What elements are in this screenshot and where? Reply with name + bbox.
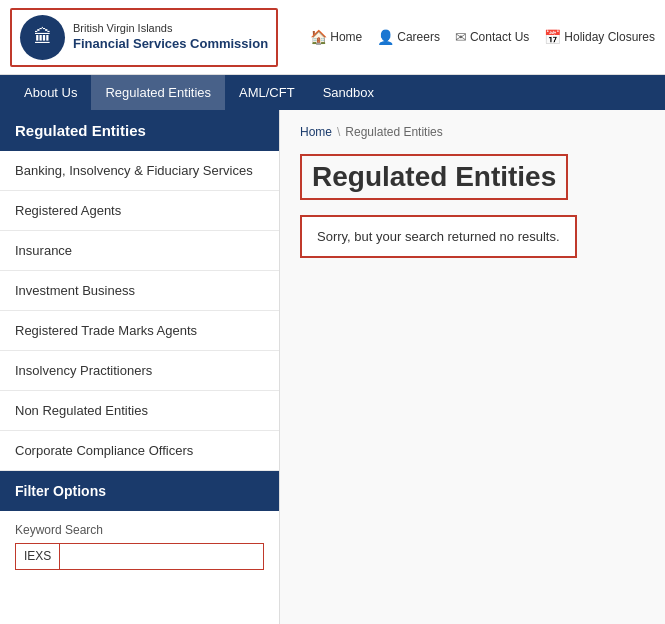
sidebar-item-agents[interactable]: Registered Agents bbox=[0, 191, 279, 230]
content-area: Regulated Entities Banking, Insolvency &… bbox=[0, 110, 665, 624]
sidebar-item-banking[interactable]: Banking, Insolvency & Fiduciary Services bbox=[0, 151, 279, 190]
nav-careers[interactable]: 👤 Careers bbox=[377, 29, 440, 45]
keyword-tag: IEXS bbox=[16, 544, 60, 569]
filter-body: Keyword Search IEXS bbox=[0, 511, 279, 582]
mainnav-about[interactable]: About Us bbox=[10, 75, 91, 110]
top-nav: 🏠 Home 👤 Careers ✉ Contact Us 📅 Holiday … bbox=[310, 29, 655, 45]
contact-icon: ✉ bbox=[455, 29, 467, 45]
nav-holiday-label: Holiday Closures bbox=[564, 30, 655, 44]
breadcrumb: Home \ Regulated Entities bbox=[300, 125, 645, 139]
sidebar-item-trademarks[interactable]: Registered Trade Marks Agents bbox=[0, 311, 279, 350]
list-item: Insolvency Practitioners bbox=[0, 351, 279, 391]
breadcrumb-home[interactable]: Home bbox=[300, 125, 332, 139]
sidebar-item-investment[interactable]: Investment Business bbox=[0, 271, 279, 310]
mainnav-regulated[interactable]: Regulated Entities bbox=[91, 75, 225, 110]
nav-home-label: Home bbox=[330, 30, 362, 44]
main-content: Home \ Regulated Entities Regulated Enti… bbox=[280, 110, 665, 624]
filter-keyword-label: Keyword Search bbox=[15, 523, 264, 537]
sidebar-item-nonregulated[interactable]: Non Regulated Entities bbox=[0, 391, 279, 430]
logo-icon: 🏛 bbox=[20, 15, 65, 60]
list-item: Registered Agents bbox=[0, 191, 279, 231]
filter-header: Filter Options bbox=[0, 471, 279, 511]
logo-text: British Virgin Islands Financial Service… bbox=[73, 21, 268, 52]
list-item: Non Regulated Entities bbox=[0, 391, 279, 431]
filter-section: Filter Options Keyword Search IEXS bbox=[0, 471, 279, 582]
list-item: Insurance bbox=[0, 231, 279, 271]
nav-holiday[interactable]: 📅 Holiday Closures bbox=[544, 29, 655, 45]
breadcrumb-separator: \ bbox=[337, 125, 340, 139]
keyword-search-input[interactable] bbox=[60, 544, 263, 569]
nav-careers-label: Careers bbox=[397, 30, 440, 44]
breadcrumb-current: Regulated Entities bbox=[345, 125, 442, 139]
keyword-input-wrapper: IEXS bbox=[15, 543, 264, 570]
nav-contact-label: Contact Us bbox=[470, 30, 529, 44]
home-icon: 🏠 bbox=[310, 29, 327, 45]
list-item: Registered Trade Marks Agents bbox=[0, 311, 279, 351]
mainnav-aml[interactable]: AML/CFT bbox=[225, 75, 309, 110]
sidebar-header: Regulated Entities bbox=[0, 110, 279, 151]
list-item: Corporate Compliance Officers bbox=[0, 431, 279, 471]
logo-line2: Financial Services Commission bbox=[73, 36, 268, 53]
sidebar-menu: Banking, Insolvency & Fiduciary Services… bbox=[0, 151, 279, 471]
logo-line1: British Virgin Islands bbox=[73, 21, 268, 35]
main-nav: About Us Regulated Entities AML/CFT Sand… bbox=[0, 75, 665, 110]
holiday-icon: 📅 bbox=[544, 29, 561, 45]
list-item: Investment Business bbox=[0, 271, 279, 311]
sidebar-item-insolvency[interactable]: Insolvency Practitioners bbox=[0, 351, 279, 390]
page-title: Regulated Entities bbox=[300, 154, 568, 200]
sidebar-item-insurance[interactable]: Insurance bbox=[0, 231, 279, 270]
no-results-message: Sorry, but your search returned no resul… bbox=[300, 215, 577, 258]
list-item: Banking, Insolvency & Fiduciary Services bbox=[0, 151, 279, 191]
sidebar-item-corporate[interactable]: Corporate Compliance Officers bbox=[0, 431, 279, 470]
logo-area: 🏛 British Virgin Islands Financial Servi… bbox=[10, 8, 278, 67]
careers-icon: 👤 bbox=[377, 29, 394, 45]
nav-contact[interactable]: ✉ Contact Us bbox=[455, 29, 529, 45]
sidebar: Regulated Entities Banking, Insolvency &… bbox=[0, 110, 280, 624]
header: 🏛 British Virgin Islands Financial Servi… bbox=[0, 0, 665, 75]
nav-home[interactable]: 🏠 Home bbox=[310, 29, 362, 45]
logo-emblem: 🏛 bbox=[34, 27, 52, 48]
mainnav-sandbox[interactable]: Sandbox bbox=[309, 75, 388, 110]
